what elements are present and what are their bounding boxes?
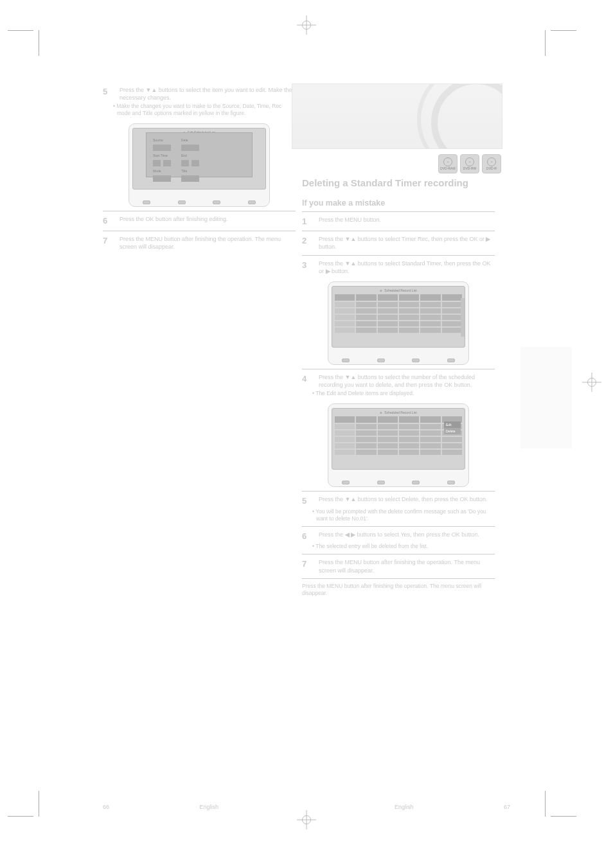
table-header-cell xyxy=(442,294,462,301)
field-box xyxy=(181,175,199,182)
tv-screen-list-popup: ◆Scheduled Record List Edit Delete xyxy=(328,403,469,487)
table-header-row xyxy=(335,294,462,301)
edit-col-b: Date End Title xyxy=(181,138,199,182)
footer-btn xyxy=(178,200,186,204)
page-number: 67 xyxy=(504,804,510,810)
step-number: 1 xyxy=(302,216,314,227)
step-6: 6 Press the OK button after finishing ed… xyxy=(103,215,296,227)
table-header-row xyxy=(335,416,462,423)
step-text: Press the ▼▲ buttons to select the numbe… xyxy=(319,373,495,389)
divider xyxy=(302,526,495,527)
footer-btn xyxy=(342,359,350,362)
disc-icon xyxy=(431,84,502,149)
table-header-cell xyxy=(378,294,398,301)
table-row xyxy=(335,302,462,307)
divider xyxy=(302,554,495,554)
field-box xyxy=(181,160,189,166)
step-3: 3 Press the ▼▲ buttons to select Standar… xyxy=(302,260,495,275)
tv-screen-edit: ◆Edit Scheduled List Source Start Time M… xyxy=(129,123,270,207)
footer-btn xyxy=(412,481,420,484)
crop-mark xyxy=(525,778,576,829)
dvd-rw-badge: ⊙DVD-RW xyxy=(460,154,479,173)
footer-btn xyxy=(377,481,385,484)
step-text: Press the ▼▲ buttons to select Timer Rec… xyxy=(319,235,495,251)
registration-mark xyxy=(297,15,316,35)
table-row xyxy=(335,450,462,455)
screen-inner: ◆Edit Scheduled List Source Start Time M… xyxy=(132,128,266,190)
step-number: 7 xyxy=(302,558,314,574)
footer-btn xyxy=(342,481,350,484)
table-row xyxy=(335,430,462,436)
right-column: ⊙DVD-RAM ⊙DVD-RW ⊙DVD-R Deleting a Stand… xyxy=(302,84,495,599)
step-text: Press the OK button after finishing edit… xyxy=(120,215,228,227)
field-label: Start Time xyxy=(153,154,168,157)
banner xyxy=(292,84,502,149)
bullet-text: The Edit and Delete items are displayed. xyxy=(316,390,495,397)
page-footer-right: English 67 xyxy=(395,804,510,810)
bullet-text: The selected entry will be deleted from … xyxy=(316,543,495,550)
registration-mark xyxy=(297,810,316,829)
step-6: 6 Press the ◀ ▶ buttons to select Yes, t… xyxy=(302,531,495,542)
footer-btn xyxy=(447,481,455,484)
bullet-text: You will be prompted with the delete con… xyxy=(316,508,495,522)
screen-footer xyxy=(129,199,269,206)
step-number: 5 xyxy=(302,495,314,507)
section-title: Deleting a Standard Timer recording xyxy=(302,177,495,190)
diamond-icon: ◆ xyxy=(380,411,382,414)
field-box xyxy=(181,145,199,151)
menu-item: Edit xyxy=(444,421,461,428)
step-text: Press the ▼▲ buttons to select Delete, t… xyxy=(319,495,487,507)
table-row xyxy=(335,424,462,429)
bullet-text: Make the changes you want to make to the… xyxy=(117,103,296,117)
divider xyxy=(302,491,495,492)
screen-title: ◆Scheduled Record List xyxy=(332,287,465,293)
field-box xyxy=(153,160,161,166)
page-lang: English xyxy=(199,804,218,810)
step-text: Press the ▼▲ buttons to select Standard … xyxy=(319,260,495,275)
field-box xyxy=(153,175,171,182)
step-number: 6 xyxy=(302,531,314,542)
step-number: 4 xyxy=(302,373,314,389)
crop-mark xyxy=(525,17,576,69)
table-row xyxy=(335,321,462,326)
updown-arrows-icon: ▼▲ xyxy=(345,236,357,242)
popup-menu: Edit Delete xyxy=(444,421,461,434)
edit-panel: Source Start Time Mode Date End xyxy=(146,132,253,177)
divider xyxy=(302,231,495,231)
footer-btn xyxy=(248,200,256,204)
step-number: 5 xyxy=(103,86,114,102)
right-arrow-icon: ▶ xyxy=(326,268,330,274)
step-5: 5 Press the ▼▲ buttons to select Delete,… xyxy=(302,495,495,507)
footer-btn xyxy=(377,359,385,362)
screen-footer xyxy=(328,357,468,364)
step-text: Press the MENU button. xyxy=(319,216,381,227)
field-label: Date xyxy=(181,138,188,142)
tv-screen-list: ◆Scheduled Record List xyxy=(328,281,469,365)
table-row xyxy=(335,437,462,442)
menu-item: Delete xyxy=(444,428,461,434)
table-row xyxy=(335,315,462,320)
scrollbar xyxy=(461,298,465,337)
table-row xyxy=(335,328,462,333)
step-number: 2 xyxy=(302,235,314,251)
divider xyxy=(103,211,296,211)
field-box xyxy=(191,160,199,166)
screen-inner: ◆Scheduled Record List xyxy=(332,286,465,348)
field-box xyxy=(153,145,171,151)
table-header-cell xyxy=(356,294,376,301)
crop-mark xyxy=(8,778,59,829)
step-text: Press the MENU button after finishing th… xyxy=(120,235,296,251)
step-number: 3 xyxy=(302,260,314,275)
updown-arrows-icon: ▼▲ xyxy=(345,496,357,502)
field-box xyxy=(163,160,171,166)
side-tab xyxy=(520,347,572,448)
page-lang: English xyxy=(395,804,414,810)
step-text: Press the ▼▲ buttons to select the item … xyxy=(120,86,296,102)
step-number: 6 xyxy=(103,215,114,227)
step-number: 7 xyxy=(103,235,114,251)
screen-table xyxy=(332,293,465,334)
divider xyxy=(302,578,495,579)
table-row xyxy=(335,443,462,448)
diamond-icon: ◆ xyxy=(380,288,382,292)
footer-btn xyxy=(143,200,150,204)
